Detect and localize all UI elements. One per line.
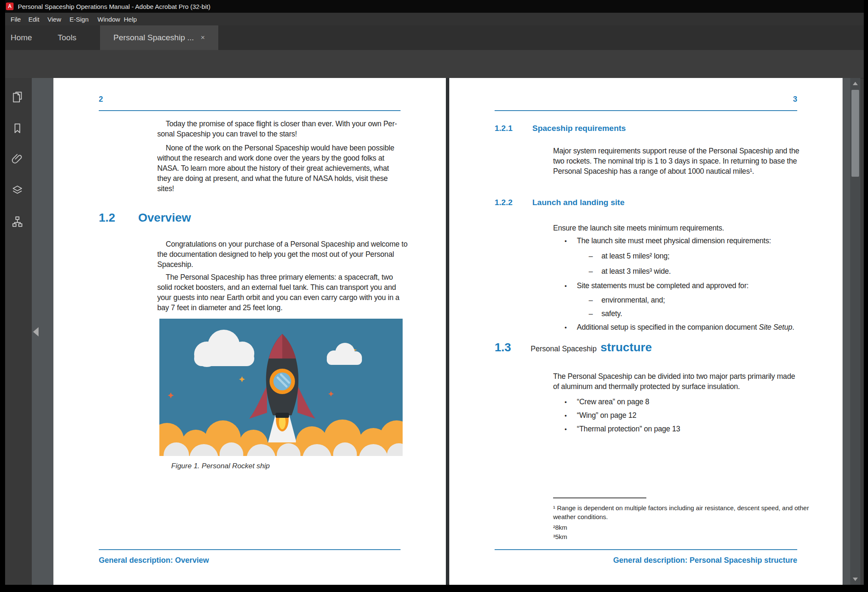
- section-title: Overview: [138, 211, 191, 225]
- menu-file[interactable]: File: [11, 13, 21, 25]
- tab-home[interactable]: Home: [11, 25, 32, 50]
- paragraph: The Personal Spaceship can be divided in…: [553, 371, 818, 392]
- section-number: 1.2.2: [495, 198, 532, 207]
- page-2: 2 Today the promise of space flight is c…: [53, 78, 446, 585]
- bullet-icon: [565, 397, 577, 406]
- bullet-icon: [565, 236, 577, 245]
- italic-reference: Site Setup: [759, 323, 793, 331]
- acrobat-window: A Personal Spaceship Operations Manual -…: [0, 0, 864, 585]
- paragraph: None of the work on the Personal Spacesh…: [157, 143, 422, 194]
- dash-icon: [589, 252, 601, 261]
- bullet-item: Additional setup is specified in the com…: [565, 323, 794, 332]
- rocket-figure: [159, 319, 403, 456]
- tab-bar: Home Tools Personal Spaceship ... ×: [0, 25, 864, 50]
- page-3: 3 1.2.1 Spaceship requirements Major sys…: [449, 78, 843, 585]
- bookmarks-icon: [11, 122, 24, 135]
- close-tab-icon[interactable]: ×: [201, 33, 205, 42]
- dash-icon: [589, 267, 601, 276]
- section-heading-1-3: 1.3 Personal Spaceship structure: [495, 341, 652, 354]
- dash-icon: [589, 309, 601, 318]
- footer-rule: [495, 549, 797, 550]
- bullet-item: “Thermal protection” on page 13: [565, 425, 680, 434]
- layers-icon: [11, 184, 24, 197]
- menu-bar: File Edit View E-Sign Window Help: [0, 13, 864, 25]
- scrollbar-thumb[interactable]: [851, 90, 859, 177]
- paragraph: Major system requirements support reuse …: [553, 146, 818, 176]
- page-number-header: 2: [99, 95, 103, 104]
- footnote: ¹ Range is dependent on multiple factors…: [553, 503, 824, 521]
- scroll-down-icon[interactable]: [853, 578, 858, 581]
- toolbar: 3 / 8 1:1 63.1%: [0, 50, 864, 78]
- menu-window[interactable]: Window: [97, 13, 120, 25]
- content-structure-icon: [11, 215, 24, 228]
- window-title: Personal Spaceship Operations Manual - A…: [18, 3, 210, 10]
- footnote: ²8km: [553, 523, 824, 532]
- bullet-icon: [565, 323, 577, 332]
- tab-document[interactable]: Personal Spaceship ... ×: [100, 25, 218, 50]
- page-thumbnails-button[interactable]: [11, 91, 24, 103]
- paragraph: Today the promise of space flight is clo…: [157, 119, 422, 139]
- page-thumbnails-icon: [11, 91, 24, 103]
- screen: A Personal Spaceship Operations Manual -…: [0, 0, 868, 592]
- sub-bullet-item: at least 3 miles³ wide.: [589, 267, 671, 276]
- tab-document-label: Personal Spaceship ...: [113, 33, 194, 42]
- footnote: ³5km: [553, 532, 824, 541]
- section-number: 1.2: [99, 211, 138, 225]
- bullet-item: The launch site must meet physical dimen…: [565, 236, 771, 245]
- dash-icon: [589, 296, 601, 305]
- header-rule: [495, 110, 797, 111]
- sub-bullet-item: at least 5 miles² long;: [589, 252, 670, 261]
- attachments-button[interactable]: [11, 153, 24, 165]
- menu-esign[interactable]: E-Sign: [70, 13, 89, 25]
- section-title-small: Personal Spaceship: [531, 345, 597, 353]
- bullet-icon: [565, 281, 577, 290]
- bullet-item: Site statements must be completed and ap…: [565, 281, 748, 290]
- section-heading-1-2-2: 1.2.2 Launch and landing site: [495, 198, 624, 207]
- section-title: Spaceship requirements: [532, 124, 626, 133]
- page-footer: General description: Personal Spaceship …: [613, 556, 797, 565]
- footer-rule: [99, 549, 401, 550]
- footnote-separator: [553, 498, 646, 498]
- menu-help[interactable]: Help: [124, 13, 137, 25]
- bullet-item: “Crew area” on page 8: [565, 397, 649, 406]
- bookmarks-button[interactable]: [11, 122, 24, 135]
- vertical-scrollbar[interactable]: [850, 78, 860, 585]
- section-title: Launch and landing site: [532, 198, 624, 207]
- window-left-edge: [0, 0, 5, 585]
- sub-bullet-item: safety.: [589, 309, 622, 318]
- menu-view[interactable]: View: [47, 13, 61, 25]
- section-heading-1-2-1: 1.2.1 Spaceship requirements: [495, 124, 626, 133]
- sub-bullet-item: environmental, and;: [589, 296, 665, 305]
- page-number-header: 3: [793, 95, 797, 104]
- section-number: 1.2.1: [495, 124, 532, 133]
- bullet-item: “Wing” on page 12: [565, 411, 637, 420]
- bullet-icon: [565, 425, 577, 434]
- paragraph: Ensure the launch site meets minimum req…: [553, 223, 818, 233]
- collapse-panel-icon[interactable]: [33, 327, 39, 336]
- title-bar: A Personal Spaceship Operations Manual -…: [0, 0, 864, 13]
- header-rule: [99, 110, 401, 111]
- menu-edit[interactable]: Edit: [28, 13, 39, 25]
- content-structure-button[interactable]: [11, 215, 24, 228]
- section-heading-1-2: 1.2 Overview: [99, 211, 191, 225]
- paragraph: Congratulations on your purchase of a Pe…: [157, 239, 422, 270]
- layers-button[interactable]: [11, 184, 24, 197]
- figure-caption: Figure 1. Personal Rocket ship: [171, 462, 270, 470]
- paperclip-icon: [11, 153, 24, 165]
- page-footer: General description: Overview: [99, 556, 209, 565]
- page-gap: [446, 78, 449, 585]
- bullet-icon: [565, 411, 577, 420]
- paragraph: The Personal Spaceship has three primary…: [157, 272, 422, 313]
- tab-tools[interactable]: Tools: [58, 25, 76, 50]
- scroll-up-icon[interactable]: [853, 82, 858, 85]
- section-number: 1.3: [495, 341, 531, 354]
- acrobat-app-icon: A: [6, 3, 14, 10]
- section-title-large: structure: [601, 341, 652, 354]
